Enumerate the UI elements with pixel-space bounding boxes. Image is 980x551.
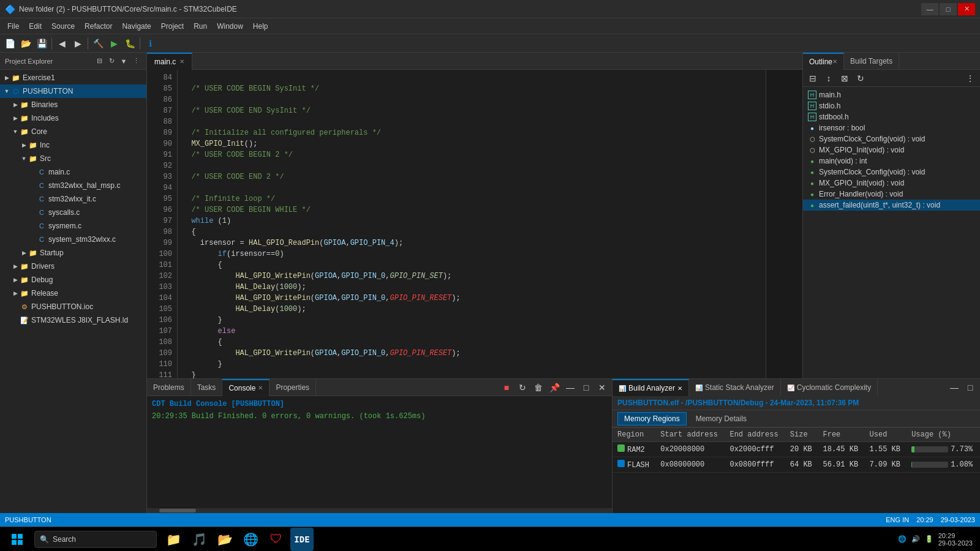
taskbar-explorer-btn[interactable]: 📁 [162, 528, 185, 551]
menu-run[interactable]: Run [189, 20, 212, 32]
start-button[interactable] [2, 527, 32, 552]
console-horizontal-scrollbar[interactable] [147, 508, 612, 513]
tab-outline[interactable]: Outline ✕ [803, 53, 844, 70]
console-pin-btn[interactable]: 📌 [547, 380, 562, 395]
toolbar-forward[interactable]: ▶ [70, 36, 85, 51]
tree-item-stm32-it[interactable]: ▶ C stm32wlxx_it.c [0, 192, 146, 206]
tree-item-pushbutton[interactable]: ▼ ⬡ PUSHBUTTON [0, 84, 146, 98]
tab-static-stack[interactable]: 📊 Static Stack Analyzer [689, 379, 781, 396]
tree-item-ioc[interactable]: ▶ ⚙ PUSHBUTTON.ioc [0, 300, 146, 313]
menu-refactor[interactable]: Refactor [80, 20, 117, 32]
minimize-button[interactable]: — [921, 3, 938, 15]
outline-item-error-handler[interactable]: ● Error_Handler(void) : void [803, 189, 980, 200]
console-terminate-btn[interactable]: ■ [499, 380, 514, 395]
outline-item-systemclock[interactable]: ⬡ SystemClock_Config(void) : void [803, 133, 980, 144]
tree-item-startup[interactable]: ▶ 📁 Startup [0, 246, 146, 260]
taskbar-search-box[interactable]: 🔍 Search [34, 531, 157, 548]
outline-sort-btn[interactable]: ↕ [821, 71, 836, 86]
analyzer-min-btn[interactable]: — [947, 380, 962, 395]
sidebar-menu-icon[interactable]: ⋮ [130, 56, 141, 67]
menu-file[interactable]: File [2, 20, 24, 32]
memory-row-flash[interactable]: FLASH 0x08000000 0x0800ffff 64 KB 56.91 … [612, 457, 980, 473]
tab-build-targets[interactable]: Build Targets [844, 53, 899, 70]
toolbar-debug[interactable]: 🐛 [123, 36, 137, 51]
tree-item-drivers[interactable]: ▶ 📁 Drivers [0, 260, 146, 273]
tree-item-main-c[interactable]: ▶ C main.c [0, 165, 146, 179]
taskbar-folder-btn[interactable]: 📂 [213, 528, 236, 551]
tree-item-binaries[interactable]: ▶ 📁 Binaries [0, 98, 146, 111]
outline-collapse-btn[interactable]: ⊟ [805, 71, 820, 86]
toolbar-info[interactable]: ℹ [143, 36, 157, 51]
toolbar-back[interactable]: ◀ [55, 36, 69, 51]
close-button[interactable]: ✕ [958, 3, 975, 15]
analyzer-max-btn[interactable]: □ [963, 380, 978, 395]
toolbar-open[interactable]: 📂 [18, 36, 33, 51]
toolbar-build[interactable]: 🔨 [91, 36, 105, 51]
tab-close-icon[interactable]: ✕ [179, 58, 184, 65]
tab-cyclomatic[interactable]: 📈 Cyclomatic Complexity [781, 379, 878, 396]
tree-item-debug[interactable]: ▶ 📁 Debug [0, 273, 146, 287]
outline-item-main-h[interactable]: H main.h [803, 89, 980, 100]
sync-icon[interactable]: ↻ [106, 56, 117, 67]
outline-item-stdbool[interactable]: H stdbool.h [803, 111, 980, 122]
menu-source[interactable]: Source [47, 20, 80, 32]
tree-item-release[interactable]: ▶ 📁 Release [0, 287, 146, 300]
maximize-button[interactable]: □ [940, 3, 957, 15]
menu-project[interactable]: Project [156, 20, 189, 32]
tab-problems[interactable]: Problems [147, 379, 191, 396]
tree-item-inc[interactable]: ▶ 📁 Inc [0, 138, 146, 152]
console-close-btn[interactable]: ✕ [595, 380, 609, 395]
build-analyzer-close-icon[interactable]: ✕ [677, 385, 682, 392]
collapse-all-icon[interactable]: ⊟ [94, 56, 105, 67]
toolbar-save[interactable]: 💾 [34, 36, 49, 51]
menu-window[interactable]: Window [212, 20, 248, 32]
outline-item-mx-gpio-impl[interactable]: ● MX_GPIO_Init(void) : void [803, 178, 980, 189]
outline-item-mx-gpio[interactable]: ⬡ MX_GPIO_Init(void) : void [803, 144, 980, 156]
menu-edit[interactable]: Edit [24, 20, 47, 32]
outline-item-irsensor[interactable]: ● irsensor : bool [803, 122, 980, 133]
toolbar-new[interactable]: 📄 [2, 36, 17, 51]
c-file-icon: C [37, 234, 47, 244]
menu-help[interactable]: Help [248, 20, 273, 32]
memory-row-ram2[interactable]: RAM2 0x20008000 0x2000cfff 20 KB 18.45 K… [612, 442, 980, 457]
taskbar-apps: 📁 🎵 📂 🌐 🛡 IDE [162, 528, 314, 551]
tree-item-includes[interactable]: ▶ 📁 Includes [0, 111, 146, 125]
tab-main-c[interactable]: main.c ✕ [147, 53, 192, 70]
project-icon: ⬡ [11, 86, 21, 96]
taskbar-chrome-btn[interactable]: 🌐 [239, 528, 262, 551]
console-clear-btn[interactable]: 🗑 [531, 380, 546, 395]
tree-item-system-stm[interactable]: ▶ C system_stm32wlxx.c [0, 233, 146, 246]
tree-item-syscalls[interactable]: ▶ C syscalls.c [0, 206, 146, 219]
taskbar-ide-btn[interactable]: IDE [290, 528, 314, 551]
console-rerun-btn[interactable]: ↻ [515, 380, 530, 395]
tree-item-exercise1[interactable]: ▶ 📁 Exercise1 [0, 71, 146, 84]
tree-item-flash-ld[interactable]: ▶ 📝 STM32WLES J8IX_FLASH.ld [0, 313, 146, 327]
tree-item-core[interactable]: ▼ 📁 Core [0, 125, 146, 138]
code-content[interactable]: /* USER CODE BEGIN SysInit */ /* USER CO… [178, 70, 766, 378]
console-tab-close-icon[interactable]: ✕ [258, 384, 263, 391]
outline-item-stdio[interactable]: H stdio.h [803, 100, 980, 111]
taskbar-spotify-btn[interactable]: 🎵 [187, 528, 211, 551]
outline-item-assert-failed[interactable]: ● assert_failed(uint8_t*, uint32_t) : vo… [803, 200, 980, 211]
outline-close-icon[interactable]: ✕ [832, 58, 837, 65]
tree-item-stm32-msp[interactable]: ▶ C stm32wlxx_hal_msp.c [0, 179, 146, 192]
outline-sync-btn[interactable]: ↻ [853, 71, 868, 86]
tree-item-sysmem[interactable]: ▶ C sysmem.c [0, 219, 146, 233]
outline-item-sysclock-impl[interactable]: ● SystemClock_Config(void) : void [803, 167, 980, 178]
tab-properties[interactable]: Properties [270, 379, 316, 396]
outline-filter-btn[interactable]: ⊠ [837, 71, 852, 86]
tab-tasks[interactable]: Tasks [191, 379, 223, 396]
menu-navigate[interactable]: Navigate [117, 20, 156, 32]
memory-regions-tab[interactable]: Memory Regions [617, 412, 687, 425]
filter-icon[interactable]: ▼ [118, 56, 129, 67]
memory-details-tab[interactable]: Memory Details [689, 412, 753, 425]
toolbar-run[interactable]: ▶ [107, 36, 121, 51]
tab-console[interactable]: Console ✕ [222, 379, 270, 396]
outline-item-main[interactable]: ● main(void) : int [803, 156, 980, 167]
tree-item-src[interactable]: ▼ 📁 Src [0, 152, 146, 165]
console-max-btn[interactable]: □ [579, 380, 594, 395]
console-min-btn[interactable]: — [563, 380, 578, 395]
taskbar-opera-btn[interactable]: 🛡 [265, 528, 288, 551]
outline-menu-btn[interactable]: ⋮ [963, 71, 978, 86]
tab-build-analyzer[interactable]: 📊 Build Analyzer ✕ [612, 379, 689, 396]
